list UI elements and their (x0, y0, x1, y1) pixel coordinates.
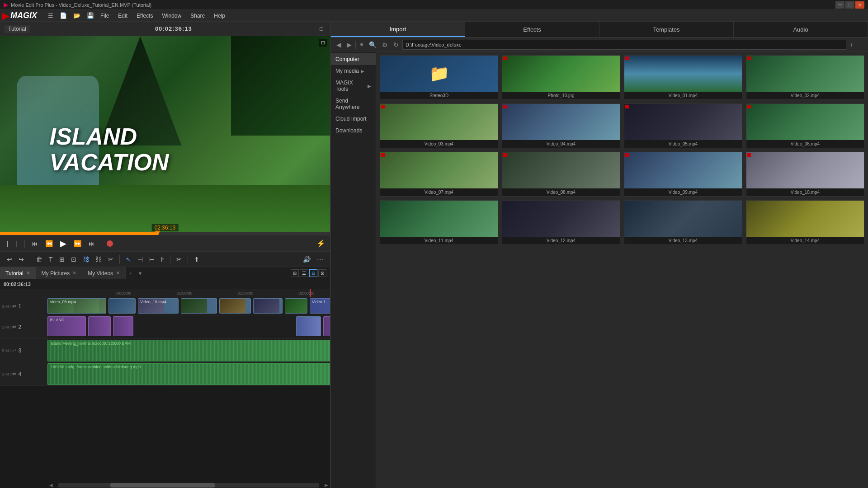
scroll-right-button[interactable]: ▶ (325, 483, 328, 488)
minimize-button[interactable]: ─ (835, 1, 844, 9)
video-clip-1[interactable]: Video_06.mp4 (47, 298, 106, 314)
nav-forward-button[interactable]: ▶ (345, 40, 354, 49)
nav-grid-button[interactable]: ⊞ (358, 41, 365, 48)
select-tool[interactable]: ↖ (123, 254, 133, 264)
tab-videos-close[interactable]: ✕ (116, 270, 120, 276)
maximize-button[interactable]: □ (845, 1, 854, 9)
menu-window[interactable]: Window (158, 12, 186, 20)
timeline-tab-my-videos[interactable]: My Videos ✕ (82, 267, 126, 279)
track-area-4[interactable]: 160280_unfg_forest-ambient-with-a-birdso… (47, 362, 330, 385)
track1-arrows[interactable]: ↕⇄ (10, 304, 16, 309)
volume-button[interactable]: 🔊 (301, 254, 313, 264)
media-item-video04[interactable]: Video_04.mp4 (502, 103, 620, 148)
sidebar-item-magix-tools[interactable]: MAGIX Tools ▶ (331, 77, 376, 95)
media-item-video11[interactable]: Video_11.mp4 (380, 200, 498, 245)
record-button[interactable] (107, 240, 113, 247)
snap-button[interactable]: ⊞ (57, 254, 67, 264)
menu-file[interactable]: File (96, 12, 113, 20)
timeline-tab-tutorial[interactable]: Tutorial ✕ (0, 267, 36, 279)
video-clip-7[interactable] (285, 298, 307, 314)
track3-m[interactable]: M (5, 348, 9, 353)
track2-arrows[interactable]: ↕⇄ (10, 324, 16, 329)
timeline-tab-add[interactable]: + (126, 267, 136, 279)
open-icon[interactable]: 📂 (71, 11, 82, 20)
menu-edit[interactable]: Edit (113, 12, 132, 20)
track3-arrows[interactable]: ↕⇄ (10, 348, 16, 353)
razor-tool[interactable]: ⊧ (159, 254, 166, 264)
tab-effects[interactable]: Effects (465, 22, 599, 37)
media-item-video13[interactable]: Video_13.mp4 (624, 200, 742, 245)
timeline-tab-my-pictures[interactable]: My Pictures ✕ (36, 267, 83, 279)
tab-import[interactable]: Import (331, 22, 465, 37)
video-clip-5[interactable] (219, 298, 251, 314)
skip-to-start-button[interactable]: ⏮ (29, 239, 40, 249)
tl-expand-view[interactable]: ⊠ (318, 269, 326, 277)
play-button[interactable]: ▶ (58, 237, 69, 250)
new-icon[interactable]: 📄 (58, 11, 69, 20)
cut-button[interactable]: ✂ (106, 254, 116, 264)
timeline-tab-dropdown[interactable]: ▾ (136, 267, 144, 279)
text-button[interactable]: T (47, 254, 55, 264)
video-clip-8[interactable]: Video 1... (310, 298, 330, 314)
path-input[interactable] (402, 40, 846, 50)
hamburger-icon[interactable]: ☰ (46, 11, 55, 20)
close-button[interactable]: ✕ (855, 1, 864, 9)
video-clip-2[interactable] (108, 298, 136, 314)
bracket-in-button[interactable]: [ (5, 239, 11, 249)
scrollbar-thumb[interactable] (110, 483, 215, 488)
tab-templates[interactable]: Templates (599, 22, 734, 37)
audio-clip-1[interactable]: Island Feeling_normal.mxoc00: 120.00 BPM (47, 340, 330, 361)
media-item-photo10[interactable]: Photo_10.jpg (502, 55, 620, 100)
media-item-video07[interactable]: Video_07.mp4 (380, 152, 498, 197)
track4-arrows[interactable]: ↕⇄ (10, 371, 16, 376)
media-item-video06[interactable]: Video_06.mp4 (746, 103, 864, 148)
audio-clip-2[interactable]: 160280_unfg_forest-ambient-with-a-birdso… (47, 363, 330, 385)
tab-tutorial-close[interactable]: ✕ (26, 270, 30, 276)
step-forward-button[interactable]: ⏩ (71, 239, 84, 249)
nav-remove-button[interactable]: − (857, 40, 864, 49)
media-item-video12[interactable]: Video_12.mp4 (502, 200, 620, 245)
timeline-scrollbar[interactable] (58, 483, 319, 488)
photo-clip-1[interactable] (88, 316, 111, 336)
skip-to-end-button[interactable]: ⏭ (86, 239, 97, 249)
video-clip-4[interactable] (181, 298, 217, 314)
media-item-video09[interactable]: Video_09.mp4 (624, 152, 742, 197)
group-button[interactable]: ⊡ (69, 254, 79, 264)
tab-pictures-close[interactable]: ✕ (72, 270, 76, 276)
track-area-2[interactable]: ISLAND... (47, 315, 330, 338)
media-item-video01[interactable]: Video_01.mp4 (624, 55, 742, 100)
split-tool[interactable]: ⊢ (147, 254, 157, 264)
sidebar-item-computer[interactable]: Computer (331, 53, 376, 65)
track1-m[interactable]: M (5, 304, 9, 309)
nav-add-button[interactable]: + (848, 40, 855, 49)
track4-s[interactable]: S (2, 372, 5, 376)
sidebar-item-cloud-import[interactable]: Cloud Import (331, 113, 376, 125)
tl-timeline-view[interactable]: ⊟ (309, 269, 317, 277)
sidebar-item-downloads[interactable]: Downloads (331, 125, 376, 136)
menu-effects[interactable]: Effects (132, 12, 157, 20)
unlink-button[interactable]: ⛓ (93, 254, 104, 264)
tl-storyboard-view[interactable]: ⊞ (291, 269, 299, 277)
track3-s[interactable]: S (2, 348, 5, 353)
preview-progress-bar[interactable] (0, 232, 330, 235)
link-button[interactable]: ⛓ (80, 254, 91, 264)
step-back-button[interactable]: ⏪ (43, 239, 55, 249)
menu-help[interactable]: Help (209, 12, 230, 20)
tl-list-view[interactable]: ☰ (300, 269, 308, 277)
track4-m[interactable]: M (5, 372, 9, 376)
more-button[interactable]: ⋯ (315, 254, 326, 264)
delete-button[interactable]: 🗑 (34, 254, 45, 264)
save-icon[interactable]: 💾 (85, 11, 96, 20)
nav-settings-button[interactable]: ⚙ (380, 40, 390, 49)
track-area-3[interactable]: Island Feeling_normal.mxoc00: 120.00 BPM (47, 339, 330, 362)
photo-clip-4[interactable] (323, 316, 330, 336)
lightning-button[interactable]: ⚡ (316, 239, 326, 248)
bracket-out-button[interactable]: ] (14, 239, 20, 249)
track2-s[interactable]: S (2, 325, 5, 329)
media-item-video08[interactable]: Video_08.mp4 (502, 152, 620, 197)
menu-share[interactable]: Share (186, 12, 209, 20)
title-clip-1[interactable]: ISLAND... (47, 316, 86, 336)
nav-search-button[interactable]: 🔍 (367, 40, 378, 49)
tab-audio[interactable]: Audio (734, 22, 868, 37)
undo-button[interactable]: ↩ (5, 254, 14, 264)
